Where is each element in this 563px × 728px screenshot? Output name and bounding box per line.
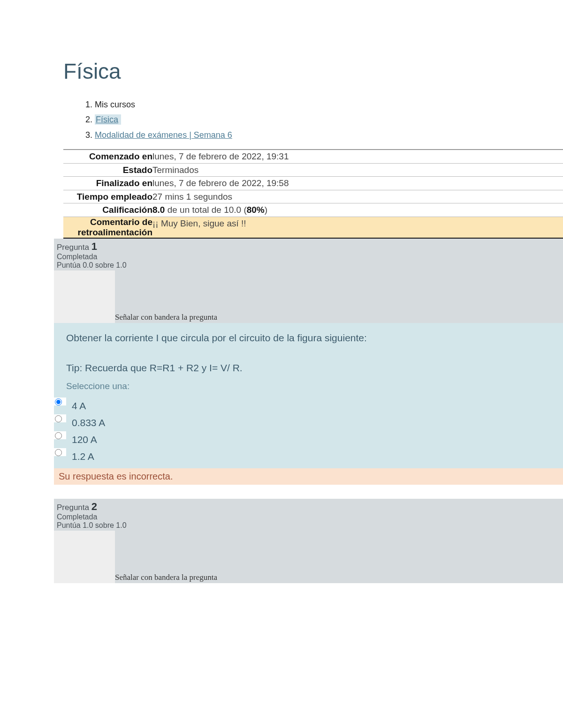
- question-2-image-placeholder: [54, 531, 115, 583]
- question-1-tip: Tip: Recuerda que R=R1 + R2 y I= V/ R.: [66, 362, 558, 374]
- question-2-number: Pregunta 2: [57, 501, 560, 513]
- summary-time: Tiempo empleado 27 mins 1 segundos: [63, 190, 563, 204]
- breadcrumb-section-link[interactable]: Modalidad de exámenes | Semana 6: [95, 130, 232, 140]
- question-1-info: Pregunta 1 Completada Puntúa 0.0 sobre 1…: [54, 239, 563, 323]
- flag-question-2[interactable]: Señalar con bandera la pregunta: [115, 573, 217, 582]
- summary-grade: Calificación 8.0 de un total de 10.0 (80…: [63, 203, 563, 217]
- quiz-summary-table: Comenzado en lunes, 7 de febrero de 2022…: [63, 149, 563, 238]
- question-2-score: Puntúa 1.0 sobre 1.0: [57, 521, 560, 530]
- select-one-label: Seleccione una:: [66, 381, 558, 391]
- breadcrumb: Mis cursos Física Modalidad de exámenes …: [84, 97, 563, 143]
- question-1-body: Obtener la corriente I que circula por e…: [54, 323, 563, 468]
- option-d-row: 1.2 A: [54, 447, 558, 464]
- question-1-number: Pregunta 1: [57, 240, 560, 253]
- breadcrumb-section: Modalidad de exámenes | Semana 6: [95, 128, 563, 143]
- option-a-label: 4 A: [66, 398, 86, 412]
- breadcrumb-my-courses: Mis cursos: [95, 97, 563, 112]
- option-a-radio[interactable]: [55, 398, 62, 405]
- summary-finished: Finalizado en lunes, 7 de febrero de 202…: [63, 177, 563, 190]
- option-c-label: 120 A: [66, 431, 97, 445]
- question-1-feedback: Su respuesta es incorrecta.: [54, 468, 563, 485]
- breadcrumb-course-link[interactable]: Física: [95, 114, 121, 125]
- question-2-state: Completada: [57, 513, 560, 521]
- flag-question-1[interactable]: Señalar con bandera la pregunta: [115, 313, 217, 322]
- option-d-label: 1.2 A: [66, 448, 94, 462]
- option-d-radio[interactable]: [55, 449, 62, 456]
- option-c-radio[interactable]: [55, 432, 62, 439]
- summary-feedback: Comentario de retroalimentación ¡¡ Muy B…: [63, 217, 563, 239]
- option-b-label: 0.833 A: [66, 414, 105, 428]
- question-2-info: Pregunta 2 Completada Puntúa 1.0 sobre 1…: [54, 499, 563, 583]
- breadcrumb-course: Física: [95, 112, 563, 127]
- summary-started: Comenzado en lunes, 7 de febrero de 2022…: [63, 150, 563, 164]
- question-1-image-placeholder: [54, 270, 115, 323]
- summary-state: Estado Terminados: [63, 164, 563, 177]
- question-1-text: Obtener la corriente I que circula por e…: [66, 331, 558, 345]
- question-1-score: Puntúa 0.0 sobre 1.0: [57, 261, 560, 270]
- option-b-row: 0.833 A: [54, 413, 558, 430]
- option-b-radio[interactable]: [55, 415, 62, 422]
- option-a-row: 4 A: [54, 396, 558, 413]
- question-1-state: Completada: [57, 253, 560, 261]
- summary-grade-value: 8.0 de un total de 10.0 (80%): [152, 203, 267, 217]
- option-c-row: 120 A: [54, 430, 558, 447]
- course-title: Física: [63, 59, 563, 84]
